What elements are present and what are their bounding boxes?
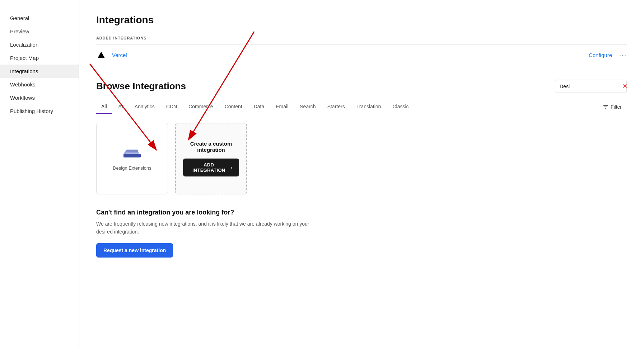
add-integration-label: ADD INTEGRATION <box>190 162 228 173</box>
sidebar-item-general[interactable]: General <box>0 11 79 25</box>
tab-email[interactable]: Email <box>271 100 293 114</box>
filter-btn-label: Filter <box>611 104 622 110</box>
tab-cdn[interactable]: CDN <box>161 100 182 114</box>
svg-marker-10 <box>123 150 126 154</box>
added-integration-row: Vercel Configure ··· <box>96 44 627 65</box>
search-input[interactable] <box>560 84 622 89</box>
integration-cards-grid: Design Extensions Create a custom integr… <box>96 123 627 194</box>
tab-data[interactable]: Data <box>249 100 270 114</box>
sidebar-item-localization[interactable]: Localization <box>0 38 79 51</box>
sidebar-item-preview[interactable]: Preview <box>0 25 79 38</box>
tab-commerce[interactable]: Commerce <box>183 100 218 114</box>
sidebar-item-webhooks[interactable]: Webhooks <box>0 78 79 91</box>
tab-translation[interactable]: Translation <box>351 100 386 114</box>
filter-button[interactable]: Filter <box>598 100 627 113</box>
tab-starters[interactable]: Starters <box>322 100 350 114</box>
add-integration-arrow-icon: › <box>231 165 233 170</box>
integration-card-design-extensions[interactable]: Design Extensions <box>96 123 168 194</box>
browse-header: Browse Integrations ✕ <box>96 80 627 93</box>
filter-icon <box>603 104 608 110</box>
tab-all[interactable]: All <box>96 100 112 114</box>
vercel-name[interactable]: Vercel <box>112 52 589 58</box>
tab-ai[interactable]: AI <box>113 100 128 114</box>
sidebar-item-workflows[interactable]: Workflows <box>0 91 79 104</box>
custom-card-title: Create a custom integration <box>183 141 239 153</box>
svg-rect-9 <box>123 154 141 157</box>
search-clear-button[interactable]: ✕ <box>622 83 627 90</box>
cant-find-section: Can't find an integration you are lookin… <box>96 209 627 258</box>
main-content: Integrations ADDED INTEGRATIONS Vercel C… <box>79 0 644 349</box>
tab-content[interactable]: Content <box>220 100 247 114</box>
design-extensions-icon <box>123 147 141 161</box>
cant-find-title: Can't find an integration you are lookin… <box>96 209 627 216</box>
page-title: Integrations <box>96 14 627 26</box>
sidebar-item-publishinghistory[interactable]: Publishing History <box>0 104 79 118</box>
card-name-design-extensions: Design Extensions <box>113 165 151 171</box>
browse-title: Browse Integrations <box>96 81 186 92</box>
configure-link[interactable]: Configure <box>589 52 612 58</box>
svg-marker-3 <box>98 52 105 58</box>
tab-analytics[interactable]: Analytics <box>130 100 160 114</box>
cant-find-description: We are frequently releasing new integrat… <box>96 220 326 236</box>
de-logo <box>123 147 141 160</box>
svg-rect-8 <box>126 150 138 152</box>
custom-integration-card[interactable]: Create a custom integration ADD INTEGRAT… <box>175 123 247 194</box>
tab-search[interactable]: Search <box>295 100 321 114</box>
sidebar-item-integrations[interactable]: Integrations <box>0 65 79 78</box>
sidebar-item-projectmap[interactable]: Project Map <box>0 51 79 65</box>
sidebar: General Preview Localization Project Map… <box>0 0 79 349</box>
add-integration-button[interactable]: ADD INTEGRATION › <box>183 159 239 176</box>
filter-tabs: All AI Analytics CDN Commerce Content Da… <box>96 100 627 114</box>
request-integration-button[interactable]: Request a new integration <box>96 243 173 258</box>
vercel-icon <box>96 50 106 60</box>
added-integrations-label: ADDED INTEGRATIONS <box>96 36 627 40</box>
tab-classic[interactable]: Classic <box>387 100 414 114</box>
more-options-button[interactable]: ··· <box>619 51 627 59</box>
search-box: ✕ <box>555 80 627 93</box>
